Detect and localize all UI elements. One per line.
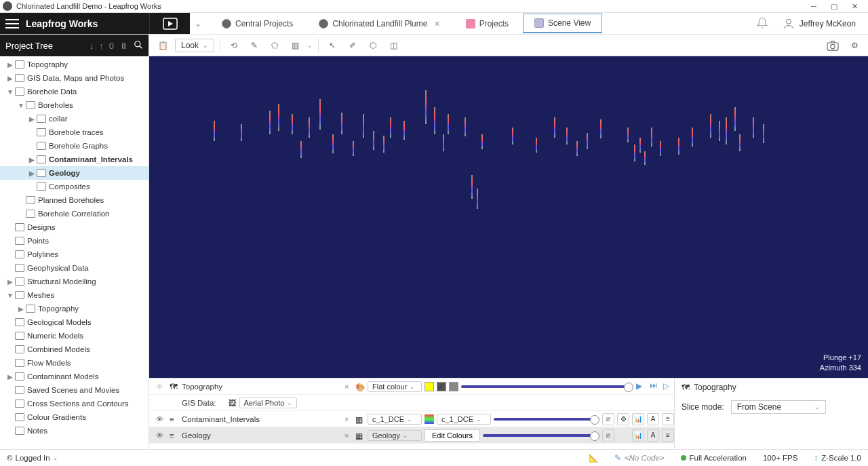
minimize-button[interactable]: ─ [810, 2, 818, 10]
expand-icon[interactable]: ▶ [27, 156, 37, 163]
expand-icon[interactable]: ▶ [5, 373, 15, 381]
3d-viewport[interactable]: Plunge +17 Azimuth 334 [149, 56, 868, 378]
tree-item[interactable]: Cross Sections and Contours [0, 397, 149, 410]
colour-dropdown[interactable]: c_1_DCE ⌄ [437, 414, 491, 425]
tree-item[interactable]: Points [0, 234, 149, 248]
style-dropdown[interactable]: c_1_DCE ⌄ [368, 414, 422, 425]
user-avatar-icon[interactable] [782, 17, 795, 31]
look-dropdown[interactable]: Look⌄ [175, 39, 214, 52]
style-dropdown[interactable]: Flat colour ⌄ [368, 381, 422, 392]
axes-icon[interactable]: 📐 [589, 453, 598, 463]
tree-item[interactable]: Combined Models [0, 343, 149, 356]
nav-tab-0[interactable]: Central Projects [210, 14, 304, 33]
edit-colours-button[interactable]: Edit Colours [425, 429, 480, 442]
tree-item[interactable]: ▶collar [0, 112, 149, 125]
clipboard-icon[interactable]: 📋 [155, 37, 171, 54]
tree-item[interactable]: Polylines [0, 248, 149, 261]
slice-icon[interactable]: ▥ [287, 37, 303, 54]
tree-item[interactable]: Borehole traces [0, 125, 149, 139]
maximize-button[interactable]: ▢ [830, 2, 838, 10]
border-toggle[interactable] [449, 382, 458, 391]
colour-swatch[interactable] [425, 382, 434, 391]
visibility-toggle[interactable]: 👁 [153, 431, 167, 440]
outline-play-icon[interactable]: ▷ [663, 381, 674, 392]
tree-item[interactable]: ▶Geology [0, 166, 149, 180]
tree-item[interactable]: Numeric Models [0, 329, 149, 343]
opacity-slider[interactable] [483, 434, 599, 437]
tree-item[interactable]: Flow Models [0, 356, 149, 370]
pen-icon[interactable]: ✐ [344, 37, 361, 54]
nav-tab-1[interactable]: Chlorinated Landfill Plume× [307, 14, 451, 34]
expand-icon[interactable]: ▼ [5, 88, 15, 96]
expand-icon[interactable]: ▼ [5, 292, 15, 299]
nav-tab-2[interactable]: Projects [454, 14, 520, 33]
pencil-icon[interactable]: ✎ [246, 37, 262, 54]
style-dropdown[interactable]: Geology ⌄ [368, 430, 422, 441]
close-button[interactable]: ✕ [850, 2, 859, 10]
zscale-status[interactable]: ↕Z-Scale 1.0 [814, 454, 861, 462]
settings-icon[interactable]: ⚙ [846, 37, 863, 54]
nav-tab-3[interactable]: Scene View [523, 14, 602, 33]
remove-icon[interactable]: × [340, 383, 353, 391]
chart-icon[interactable]: 📊 [632, 429, 644, 442]
tree-item[interactable]: Borehole Graphs [0, 139, 149, 153]
shape-row-topography[interactable]: 👁 🗺 Topography × 🎨 Flat colour ⌄ ✓ ▶ ⏭ ▷ [149, 378, 674, 395]
pointer-icon[interactable]: ↖ [324, 37, 340, 54]
tree-up2-icon[interactable]: ↑ [99, 41, 104, 51]
opacity-slider[interactable] [494, 418, 599, 421]
remove-icon[interactable]: × [340, 431, 353, 440]
tree-item[interactable]: Geophysical Data [0, 261, 149, 275]
step-icon[interactable]: ⏭ [650, 381, 660, 392]
tree-item[interactable]: ▶Topography [0, 302, 149, 315]
tree-item[interactable]: Designs [0, 220, 149, 234]
filter-icon[interactable]: ⎚ [602, 429, 614, 442]
play-dropdown[interactable]: ⌄ [190, 13, 206, 34]
tab-close-icon[interactable]: × [434, 18, 439, 29]
tree-item[interactable]: ▶Structural Modelling [0, 275, 149, 288]
play-button[interactable] [149, 13, 190, 34]
polygon-icon[interactable]: ⬠ [267, 37, 283, 54]
shape-row-contaminant[interactable]: 👁 ≡ Contaminant_Intervals × ▦ c_1_DCE ⌄ … [149, 411, 674, 427]
tree-item[interactable]: Saved Scenes and Movies [0, 383, 149, 397]
settings-icon[interactable]: ⚙ [617, 413, 629, 425]
remove-icon[interactable]: × [340, 415, 353, 423]
tree-up-icon[interactable]: ↓ [90, 41, 94, 51]
notifications-icon[interactable] [756, 17, 770, 31]
expand-icon[interactable]: ▼ [16, 102, 26, 109]
gradient-swatch[interactable] [425, 414, 434, 424]
tree-item[interactable]: Colour Gradients [0, 410, 149, 424]
slice-mode-select[interactable]: From Scene⌄ [731, 400, 826, 414]
list-icon[interactable]: ≡ [662, 429, 674, 442]
tree-item[interactable]: ▼Meshes [0, 288, 149, 302]
expand-icon[interactable]: ▶ [27, 115, 37, 123]
list-icon[interactable]: ≡ [662, 413, 674, 425]
hamburger-menu[interactable] [5, 19, 19, 28]
tree-search-icon[interactable] [134, 40, 143, 52]
shape-icon[interactable]: ⬡ [365, 37, 381, 54]
tree-item[interactable]: Borehole Correlation [0, 207, 149, 220]
expand-icon[interactable]: ▶ [16, 305, 26, 313]
tree-item[interactable]: ▼Boreholes [0, 98, 149, 112]
eraser-icon[interactable]: ◫ [385, 37, 401, 54]
opacity-slider[interactable] [461, 385, 633, 388]
filter-icon[interactable]: ⎚ [602, 413, 614, 425]
lasso-icon[interactable]: ⟲ [226, 37, 242, 54]
code-status[interactable]: ✎<No Code> [614, 453, 665, 463]
camera-icon[interactable] [825, 37, 841, 54]
tree-item[interactable]: ▼Borehole Data [0, 85, 149, 98]
visibility-toggle[interactable]: 👁 [153, 383, 167, 391]
label-icon[interactable]: A [647, 413, 659, 425]
tree-item[interactable]: Composites [0, 180, 149, 193]
shape-row-geology[interactable]: 👁 ≡ Geology × ▦ Geology ⌄ Edit Colours ⎚… [149, 427, 674, 444]
expand-icon[interactable]: ▶ [5, 61, 15, 69]
tree-item[interactable]: ▶Topography [0, 58, 149, 71]
visibility-toggle[interactable]: 👁 [153, 415, 167, 423]
tree-item[interactable]: Geological Models [0, 315, 149, 329]
chart-icon[interactable]: 📊 [632, 413, 644, 425]
tree-item[interactable]: Planned Boreholes [0, 193, 149, 207]
expand-icon[interactable]: ▶ [5, 75, 15, 82]
label-icon[interactable]: A [647, 429, 659, 442]
tree-item[interactable]: Notes [0, 424, 149, 438]
expand-icon[interactable]: ▶ [5, 278, 15, 286]
tree-item[interactable]: ▶Contaminant_Intervals [0, 153, 149, 166]
